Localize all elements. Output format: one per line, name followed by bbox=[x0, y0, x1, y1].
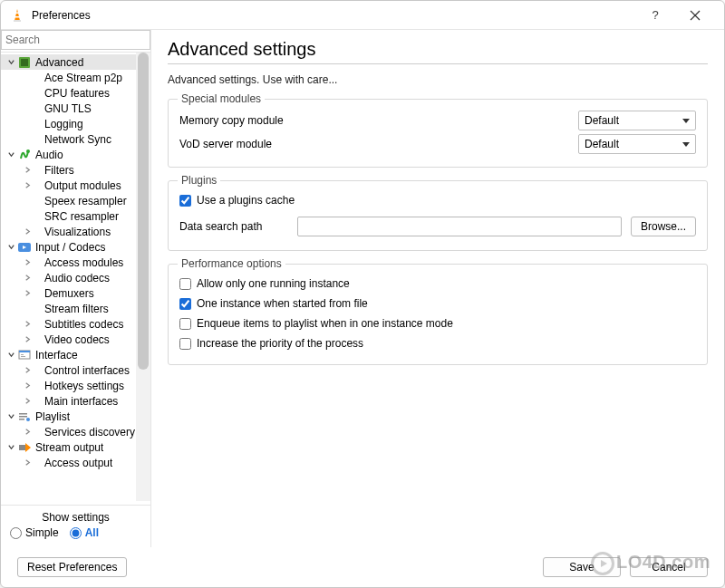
chevron-right-icon[interactable] bbox=[21, 287, 34, 300]
chevron-down-icon[interactable] bbox=[5, 149, 17, 161]
chevron-down-icon[interactable] bbox=[5, 241, 17, 254]
tree-scrollbar[interactable] bbox=[136, 53, 150, 501]
tree-item-label: Logging bbox=[44, 118, 83, 130]
radio-simple[interactable]: Simple bbox=[10, 526, 59, 539]
tree-item[interactable]: CPU features bbox=[1, 85, 150, 101]
settings-tree[interactable]: AdvancedAce Stream p2pCPU featuresGNU TL… bbox=[1, 53, 150, 501]
close-button[interactable] bbox=[675, 2, 715, 29]
enqueue-label: Enqueue items to playlist when in one in… bbox=[197, 317, 453, 330]
reset-preferences-button[interactable]: Reset Preferences bbox=[17, 557, 127, 577]
tree-item[interactable]: SRC resampler bbox=[1, 208, 150, 224]
cancel-button[interactable]: Cancel bbox=[630, 557, 708, 577]
tree-item[interactable]: GNU TLS bbox=[1, 101, 150, 116]
one-from-file-checkbox[interactable] bbox=[179, 298, 191, 310]
tree-item[interactable]: Output modules bbox=[1, 178, 150, 193]
tree-item-label: Speex resampler bbox=[44, 195, 127, 207]
tree-item[interactable]: Audio codecs bbox=[1, 270, 150, 285]
help-button[interactable]: ? bbox=[635, 2, 675, 29]
tree-item[interactable]: Speex resampler bbox=[1, 193, 150, 208]
chevron-right-icon[interactable] bbox=[21, 380, 34, 392]
svg-marker-20 bbox=[25, 443, 31, 452]
save-button[interactable]: Save bbox=[543, 557, 621, 577]
svg-rect-13 bbox=[21, 354, 24, 355]
priority-checkbox[interactable] bbox=[179, 338, 191, 350]
svg-rect-16 bbox=[19, 416, 27, 418]
chevron-right-icon[interactable] bbox=[21, 318, 34, 331]
one-instance-checkbox[interactable] bbox=[179, 278, 191, 290]
tree-item[interactable]: Access output bbox=[1, 455, 150, 470]
tree-item-label: Access modules bbox=[44, 256, 123, 269]
sout-icon bbox=[17, 440, 32, 455]
tree-item-label: CPU features bbox=[44, 87, 110, 100]
tree-item[interactable]: Visualizations bbox=[1, 224, 150, 239]
codecs-icon bbox=[17, 240, 32, 255]
tree-item[interactable]: Access modules bbox=[1, 255, 150, 270]
svg-point-18 bbox=[26, 418, 30, 421]
tree-item-label: Subtitles codecs bbox=[44, 318, 123, 331]
search-input[interactable] bbox=[1, 30, 150, 50]
tree-spacer bbox=[21, 210, 34, 223]
vod-server-select[interactable]: Default bbox=[578, 134, 696, 154]
tree-item-label: Stream output bbox=[35, 441, 103, 454]
chevron-right-icon[interactable] bbox=[21, 426, 34, 439]
chevron-right-icon[interactable] bbox=[21, 226, 34, 238]
chevron-down-icon[interactable] bbox=[5, 441, 17, 454]
memory-copy-select[interactable]: Default bbox=[578, 111, 696, 130]
tree-item[interactable]: Hotkeys settings bbox=[1, 378, 150, 393]
playlist-icon bbox=[17, 410, 32, 424]
enqueue-checkbox[interactable] bbox=[179, 318, 191, 330]
tree-item[interactable]: Advanced bbox=[1, 54, 150, 70]
tree-item[interactable]: Video codecs bbox=[1, 332, 150, 347]
tree-item[interactable]: Playlist bbox=[1, 409, 150, 424]
memory-copy-label: Memory copy module bbox=[179, 114, 578, 127]
chevron-right-icon[interactable] bbox=[21, 364, 34, 377]
sidebar: AdvancedAce Stream p2pCPU featuresGNU TL… bbox=[1, 30, 151, 547]
data-search-path-input[interactable] bbox=[297, 217, 622, 236]
tree-item-label: Advanced bbox=[35, 56, 83, 69]
svg-rect-7 bbox=[21, 59, 28, 66]
tree-spacer bbox=[21, 303, 34, 315]
advanced-icon bbox=[17, 55, 32, 70]
svg-rect-15 bbox=[19, 413, 27, 415]
tree-item[interactable]: Main interfaces bbox=[1, 393, 150, 409]
tree-item[interactable]: Network Sync bbox=[1, 131, 150, 147]
show-settings-header: Show settings bbox=[5, 511, 147, 524]
titlebar: Preferences ? bbox=[1, 1, 724, 30]
tree-item[interactable]: Ace Stream p2p bbox=[1, 70, 150, 85]
chevron-right-icon[interactable] bbox=[21, 164, 34, 177]
tree-item[interactable]: Interface bbox=[1, 347, 150, 362]
tree-item-label: Stream filters bbox=[44, 303, 109, 315]
svg-marker-0 bbox=[14, 9, 20, 21]
chevron-right-icon[interactable] bbox=[21, 395, 34, 408]
tree-item[interactable]: Filters bbox=[1, 162, 150, 178]
tree-item[interactable]: Audio bbox=[1, 147, 150, 162]
browse-button[interactable]: Browse... bbox=[631, 217, 696, 236]
chevron-right-icon[interactable] bbox=[21, 457, 34, 469]
chevron-down-icon[interactable] bbox=[5, 410, 17, 423]
chevron-down-icon[interactable] bbox=[5, 56, 17, 69]
svg-rect-1 bbox=[14, 20, 21, 22]
tree-item[interactable]: Stream output bbox=[1, 439, 150, 455]
svg-rect-2 bbox=[15, 12, 19, 14]
one-from-file-label: One instance when started from file bbox=[197, 297, 368, 310]
use-plugins-cache-label: Use a plugins cache bbox=[197, 194, 295, 207]
tree-item[interactable]: Logging bbox=[1, 116, 150, 131]
tree-spacer bbox=[21, 72, 34, 84]
tree-item[interactable]: Subtitles codecs bbox=[1, 316, 150, 332]
tree-spacer bbox=[21, 102, 34, 115]
use-plugins-cache-checkbox[interactable] bbox=[179, 195, 191, 207]
chevron-right-icon[interactable] bbox=[21, 272, 34, 284]
tree-item[interactable]: Stream filters bbox=[1, 301, 150, 316]
window-title: Preferences bbox=[32, 9, 635, 22]
tree-item[interactable]: Control interfaces bbox=[1, 362, 150, 378]
chevron-right-icon[interactable] bbox=[21, 179, 34, 192]
chevron-down-icon[interactable] bbox=[5, 349, 17, 361]
tree-spacer bbox=[21, 133, 34, 146]
tree-item-label: Ace Stream p2p bbox=[44, 72, 122, 84]
tree-item[interactable]: Input / Codecs bbox=[1, 239, 150, 255]
chevron-right-icon[interactable] bbox=[21, 256, 34, 269]
chevron-right-icon[interactable] bbox=[21, 333, 34, 346]
tree-item[interactable]: Demuxers bbox=[1, 285, 150, 301]
tree-item[interactable]: Services discovery bbox=[1, 424, 150, 439]
radio-all[interactable]: All bbox=[70, 526, 99, 539]
